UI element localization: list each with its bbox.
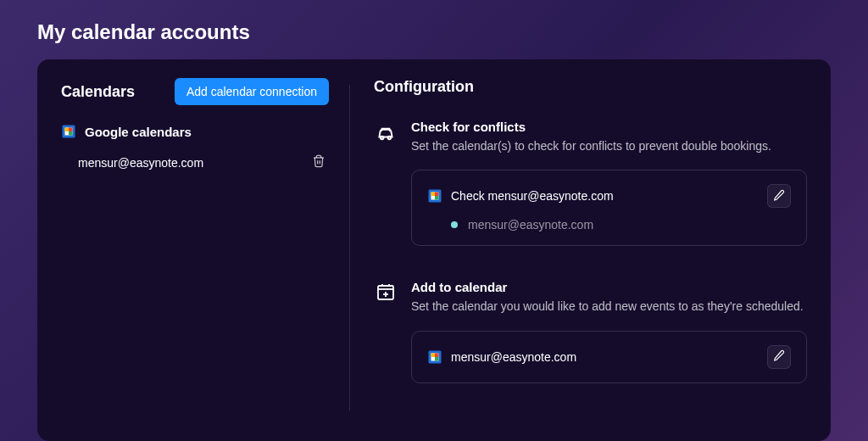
svg-point-7: [381, 137, 383, 139]
calendar-account-row: mensur@easynote.com: [61, 151, 329, 174]
configuration-heading: Configuration: [374, 78, 807, 96]
account-email: mensur@easynote.com: [78, 156, 203, 170]
svg-rect-24: [435, 353, 439, 357]
trash-icon: [312, 154, 326, 170]
addto-description: Set the calendar you would like to add n…: [411, 298, 807, 315]
svg-rect-12: [435, 196, 439, 200]
conflicts-title: Check for conflicts: [411, 120, 807, 134]
status-dot-icon: [451, 221, 458, 228]
google-calendar-icon: [61, 124, 76, 139]
provider-row-google: Google calendars: [61, 124, 329, 139]
provider-label: Google calendars: [85, 125, 192, 139]
google-calendar-icon: [427, 349, 442, 365]
svg-rect-23: [435, 357, 439, 361]
svg-rect-3: [69, 131, 73, 136]
svg-rect-11: [431, 193, 436, 197]
google-calendar-icon: [427, 188, 442, 204]
addto-section: Add to calendar Set the calendar you wou…: [374, 280, 807, 382]
calendar-add-icon: [376, 282, 396, 305]
svg-point-8: [388, 137, 391, 139]
pencil-icon: [773, 349, 785, 364]
addto-box: mensur@easynote.com: [411, 331, 807, 383]
car-icon: [375, 121, 397, 147]
conflicts-description: Set the calendar(s) to check for conflic…: [411, 137, 807, 154]
svg-rect-4: [69, 128, 73, 132]
conflict-sub-email: mensur@easynote.com: [468, 218, 593, 232]
add-calendar-connection-button[interactable]: Add calendar connection: [175, 78, 329, 105]
settings-card: Calendars Add calendar connection Google…: [37, 59, 831, 441]
conflicts-sublist: mensur@easynote.com: [427, 218, 791, 232]
configuration-panel: Configuration Check for conflicts: [350, 78, 807, 417]
conflicts-section: Check for conflicts Set the calendar(s) …: [374, 120, 807, 246]
addto-selected-email: mensur@easynote.com: [451, 350, 759, 364]
svg-rect-22: [431, 353, 436, 357]
pencil-icon: [773, 189, 785, 204]
svg-rect-2: [65, 128, 70, 132]
list-item: mensur@easynote.com: [451, 218, 791, 232]
calendars-sidebar: Calendars Add calendar connection Google…: [61, 78, 349, 417]
edit-conflicts-button[interactable]: [767, 184, 791, 208]
delete-account-button[interactable]: [309, 151, 329, 174]
svg-rect-13: [435, 193, 439, 197]
page-title: My calendar accounts: [37, 20, 831, 44]
conflicts-box: Check mensur@easynote.com mensur@easynot…: [411, 170, 807, 246]
edit-addto-button[interactable]: [767, 345, 791, 369]
conflicts-check-label: Check mensur@easynote.com: [451, 189, 759, 203]
addto-title: Add to calendar: [411, 280, 807, 294]
calendars-heading: Calendars: [61, 83, 135, 101]
